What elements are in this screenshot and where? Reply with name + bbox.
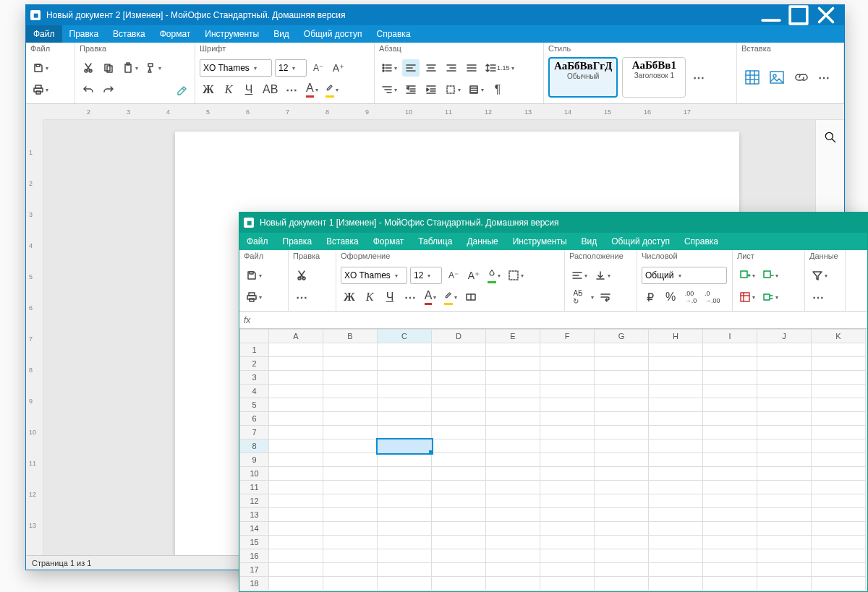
row-header-5[interactable]: 5 (240, 398, 269, 412)
cell-D7[interactable] (432, 426, 486, 439)
style-Заголовок 1[interactable]: АаБбВв1Заголовок 1 (622, 57, 686, 98)
cell-H10[interactable] (649, 467, 703, 481)
cell-F3[interactable] (540, 371, 595, 385)
cell-C11[interactable] (378, 481, 432, 494)
search-button[interactable] (819, 126, 842, 149)
cell-G14[interactable] (595, 522, 649, 536)
underline-button[interactable]: Ч (381, 288, 399, 306)
cell-J15[interactable] (757, 536, 812, 549)
rotate-text-button[interactable]: AБ↻ (569, 288, 587, 306)
cell-K1[interactable] (812, 343, 866, 357)
cell-J13[interactable] (757, 508, 812, 522)
style-Обычный[interactable]: АаБбВвГгДОбычный (548, 57, 618, 98)
clear-formatting-button[interactable] (173, 81, 190, 98)
cell-C7[interactable] (378, 426, 432, 439)
horizontal-ruler[interactable]: 234567891011121314151617 (26, 104, 844, 120)
column-header-F[interactable]: F (540, 330, 595, 343)
menu-item-общий доступ[interactable]: Общий доступ (297, 25, 370, 43)
cut-button[interactable] (293, 267, 310, 284)
italic-button[interactable]: К (361, 288, 378, 306)
cell-J17[interactable] (757, 563, 812, 577)
cell-I1[interactable] (703, 343, 757, 357)
column-header-E[interactable]: E (486, 330, 540, 343)
bold-button[interactable]: Ж (200, 81, 217, 98)
cell-B4[interactable] (323, 385, 378, 398)
cell-E7[interactable] (486, 426, 540, 439)
menu-item-правка[interactable]: Правка (62, 25, 106, 43)
column-header-G[interactable]: G (595, 330, 649, 343)
cell-A2[interactable] (269, 357, 323, 371)
cell-C17[interactable] (378, 563, 432, 577)
cell-H4[interactable] (649, 385, 703, 398)
cell-B9[interactable] (323, 453, 378, 467)
vertical-ruler[interactable]: 12345678910111213 (26, 120, 43, 555)
cell-F6[interactable] (540, 412, 595, 426)
decrease-decimal-button[interactable]: .00→.0 (682, 288, 699, 306)
column-header-J[interactable]: J (757, 330, 812, 343)
row-header-15[interactable]: 15 (240, 536, 269, 549)
menu-item-инструменты[interactable]: Инструменты (197, 25, 266, 43)
row-header-13[interactable]: 13 (240, 508, 269, 522)
cell-E3[interactable] (486, 371, 540, 385)
group-button[interactable]: ▾ (760, 288, 780, 306)
menu-item-вид[interactable]: Вид (574, 233, 605, 250)
cell-H11[interactable] (649, 481, 703, 494)
cell-C8[interactable] (378, 439, 432, 453)
freeze-panes-button[interactable]: ▾ (737, 288, 757, 306)
cell-G9[interactable] (595, 453, 649, 467)
menu-item-вид[interactable]: Вид (266, 25, 297, 43)
cell-I6[interactable] (703, 412, 757, 426)
cell-G13[interactable] (595, 508, 649, 522)
cell-K6[interactable] (812, 412, 866, 426)
number-format-select[interactable]: Общий▾ (642, 267, 727, 284)
cell-H8[interactable] (649, 439, 703, 453)
cell-J6[interactable] (757, 412, 812, 426)
wrap-text-button[interactable] (597, 288, 614, 306)
cell-I15[interactable] (703, 536, 757, 549)
cell-C3[interactable] (378, 371, 432, 385)
cell-B10[interactable] (323, 467, 378, 481)
titlebar[interactable]: ◼ Новый документ 1 [Изменен] - МойОфис С… (239, 213, 867, 233)
cell-A7[interactable] (269, 426, 323, 439)
row-header-6[interactable]: 6 (240, 412, 269, 426)
underline-button[interactable]: Ч (240, 81, 258, 98)
insert-table-button[interactable] (741, 64, 763, 90)
cell-G4[interactable] (595, 385, 649, 398)
close-button[interactable] (812, 5, 840, 25)
menu-item-вставка[interactable]: Вставка (319, 233, 366, 250)
cell-G18[interactable] (595, 577, 649, 591)
highlight-button[interactable]: ▾ (323, 81, 341, 98)
cell-J8[interactable] (757, 439, 812, 453)
cell-A17[interactable] (269, 563, 323, 577)
cell-J7[interactable] (757, 426, 812, 439)
highlight-button[interactable]: ▾ (442, 288, 459, 306)
cell-D18[interactable] (432, 577, 486, 591)
cell-I12[interactable] (703, 494, 757, 508)
increase-font-button[interactable]: A⁺ (465, 267, 482, 284)
column-header-C[interactable]: C (378, 330, 432, 343)
redo-button[interactable] (100, 81, 117, 98)
cell-C12[interactable] (378, 494, 432, 508)
font-family-select[interactable]: XO Thames▾ (341, 267, 407, 284)
font-family-select[interactable]: XO Thames▾ (200, 59, 272, 77)
format-painter-button[interactable]: ▾ (143, 59, 163, 77)
font-color-button[interactable]: A▾ (303, 81, 320, 98)
cell-D5[interactable] (432, 398, 486, 412)
cell-B11[interactable] (323, 481, 378, 494)
cell-K12[interactable] (812, 494, 866, 508)
multilevel-list-button[interactable]: ▾ (379, 81, 399, 98)
more-data-button[interactable]: ⋯ (809, 288, 827, 306)
cell-K5[interactable] (812, 398, 866, 412)
column-header-B[interactable]: B (323, 330, 378, 343)
menu-item-файл[interactable]: Файл (239, 233, 276, 250)
cell-E4[interactable] (486, 385, 540, 398)
cell-A8[interactable] (269, 439, 323, 453)
align-center-button[interactable] (422, 59, 440, 77)
cell-I10[interactable] (703, 467, 757, 481)
cell-A4[interactable] (269, 385, 323, 398)
cell-I8[interactable] (703, 439, 757, 453)
delete-cells-button[interactable]: ▾ (760, 267, 780, 284)
cell-F15[interactable] (540, 536, 595, 549)
cell-E9[interactable] (486, 453, 540, 467)
cut-button[interactable] (80, 59, 97, 77)
